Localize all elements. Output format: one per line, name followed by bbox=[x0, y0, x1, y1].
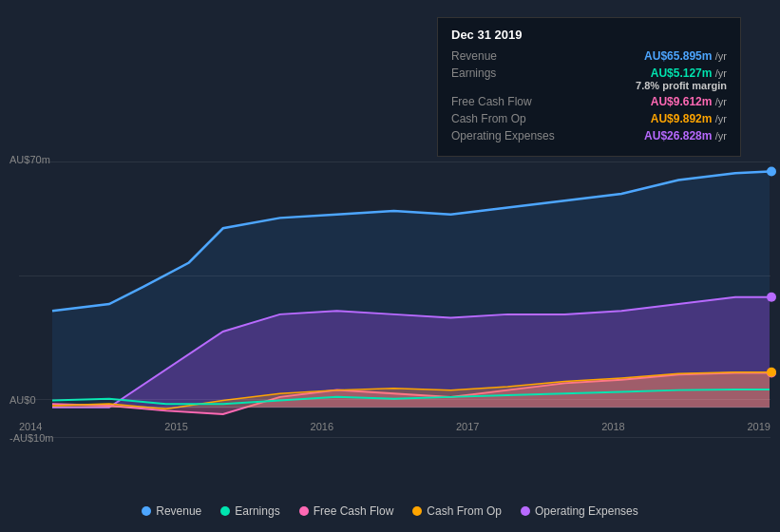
legend-label: Free Cash Flow bbox=[314, 504, 394, 518]
y-label-top: AU$70m bbox=[10, 154, 50, 165]
grid-line-zero bbox=[19, 399, 770, 400]
tooltip-row-operating-expenses: Operating ExpensesAU$26.828m /yr bbox=[451, 129, 727, 142]
x-label-2016: 2016 bbox=[311, 421, 333, 432]
legend-dot bbox=[521, 506, 530, 516]
grid-line-neg bbox=[19, 437, 770, 438]
legend-dot bbox=[142, 506, 151, 516]
y-label-zero: AU$0 bbox=[10, 394, 36, 406]
tooltip-row-revenue: RevenueAU$65.895m /yr bbox=[451, 49, 727, 63]
y-label-neg: -AU$10m bbox=[10, 432, 53, 444]
legend-dot bbox=[299, 506, 309, 516]
chart-area: AU$70m AU$0 -AU$10m 20142015201620172018… bbox=[0, 0, 780, 484]
legend-dot bbox=[220, 506, 230, 516]
x-label-2018: 2018 bbox=[601, 421, 624, 432]
x-label-2015: 2015 bbox=[164, 421, 187, 432]
tooltip-box: Dec 31 2019 RevenueAU$65.895m /yrEarning… bbox=[437, 17, 741, 157]
legend-label: Earnings bbox=[235, 504, 279, 518]
x-label-2014: 2014 bbox=[19, 421, 42, 432]
legend-item-cash-from-op[interactable]: Cash From Op bbox=[412, 504, 502, 518]
tooltip-row-earnings: EarningsAU$5.127m /yr7.8% profit margin bbox=[451, 66, 727, 91]
legend-item-operating-expenses[interactable]: Operating Expenses bbox=[521, 504, 638, 518]
legend-label: Operating Expenses bbox=[535, 504, 638, 518]
legend-item-free-cash-flow[interactable]: Free Cash Flow bbox=[299, 504, 394, 518]
legend-item-earnings[interactable]: Earnings bbox=[220, 504, 279, 518]
x-label-2019: 2019 bbox=[747, 421, 770, 432]
grid-line-top bbox=[19, 162, 770, 162]
x-label-2017: 2017 bbox=[456, 421, 479, 432]
legend-label: Cash From Op bbox=[427, 504, 502, 518]
legend-label: Revenue bbox=[156, 504, 201, 518]
tooltip-date: Dec 31 2019 bbox=[451, 28, 727, 42]
grid-line-mid bbox=[19, 276, 770, 276]
chart-legend: RevenueEarningsFree Cash FlowCash From O… bbox=[0, 504, 780, 518]
tooltip-row-cash-from-op: Cash From OpAU$9.892m /yr bbox=[451, 112, 727, 125]
legend-item-revenue[interactable]: Revenue bbox=[142, 504, 201, 518]
tooltip-row-free-cash-flow: Free Cash FlowAU$9.612m /yr bbox=[451, 95, 727, 108]
legend-dot bbox=[412, 506, 422, 516]
x-axis: 201420152016201720182019 bbox=[19, 421, 770, 432]
